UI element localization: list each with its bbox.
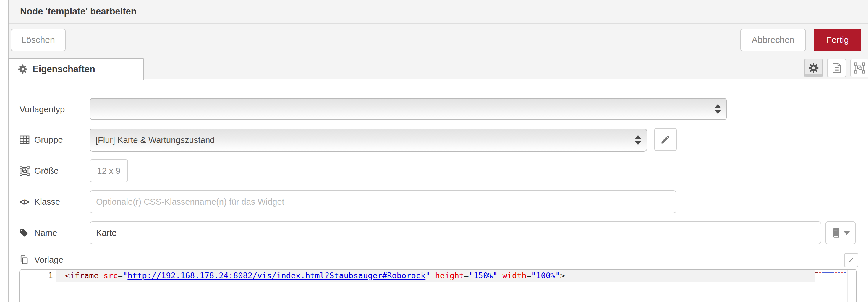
code-icon: </> [20,197,31,207]
gear-icon [18,64,28,74]
minimap-divider [847,270,847,302]
done-button[interactable]: Fertig [814,29,862,51]
library-button[interactable] [826,221,856,244]
name-label: Name [20,226,57,239]
gear-icon [808,63,819,73]
expand-editor-button[interactable] [844,253,858,267]
dialog-title: Node 'template' bearbeiten [20,0,136,23]
delete-button[interactable]: Löschen [11,29,66,51]
dialog-header: Node 'template' bearbeiten [9,0,868,24]
book-icon [831,228,840,238]
template-label: Vorlage [20,253,63,266]
dialog-toolbar: Löschen Abbrechen Fertig [9,24,868,58]
cancel-button[interactable]: Abbrechen [740,29,806,51]
object-group-icon [20,166,31,176]
class-label: </> Klasse [20,195,60,208]
properties-form: Vorlagentyp Gruppe [Flur] Karte & Wartun… [9,79,868,302]
workspace-edge [0,0,9,302]
appearance-tab-button[interactable] [850,59,868,77]
pencil-icon [660,134,671,145]
template-code-editor[interactable]: 1 <iframe src="http://192.168.178.24:808… [19,269,857,302]
document-icon [832,62,842,74]
select-arrows-icon [635,135,641,145]
tab-properties-label: Eigenschaften [33,64,95,74]
template-type-label: Vorlagentyp [20,103,65,116]
group-select-value: [Flur] Karte & Wartungszustand [95,135,215,145]
expand-icon [847,256,855,264]
line-number: 1 [20,270,53,281]
size-label: Größe [20,164,59,177]
properties-tab-button[interactable] [804,59,823,77]
group-label: Gruppe [20,133,63,146]
chevron-down-icon [843,231,850,235]
description-tab-button[interactable] [827,59,846,77]
copy-icon [20,255,31,265]
tab-properties[interactable]: Eigenschaften [8,58,144,80]
name-input[interactable] [90,221,821,244]
select-arrows-icon [715,104,721,114]
tab-strip: Eigenschaften [9,58,868,80]
code-line[interactable]: <iframe src="http://192.168.178.24:8082/… [65,270,565,281]
edit-group-button[interactable] [654,128,677,151]
minimap[interactable] [815,271,846,274]
object-group-icon [854,62,865,74]
class-input[interactable] [90,190,676,213]
template-type-select[interactable] [90,98,727,120]
group-select[interactable]: [Flur] Karte & Wartungszustand [90,129,647,152]
table-icon [20,135,31,144]
tag-icon [20,228,31,237]
size-button[interactable]: 12 x 9 [90,159,128,182]
